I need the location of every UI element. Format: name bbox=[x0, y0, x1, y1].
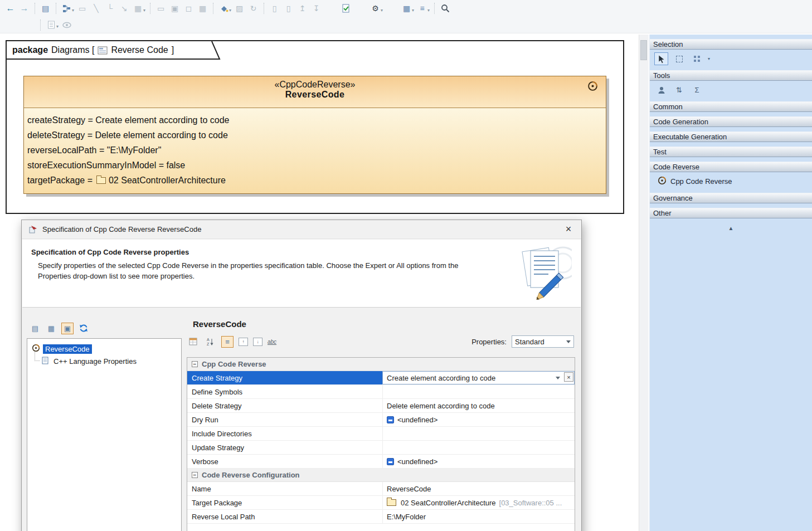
spell-check-icon[interactable]: abc bbox=[268, 339, 276, 345]
caret-down-icon[interactable]: ▾ bbox=[427, 8, 430, 13]
validation-icon[interactable] bbox=[339, 2, 353, 15]
property-value[interactable] bbox=[382, 385, 575, 398]
caret-down-icon[interactable]: ▾ bbox=[143, 8, 145, 13]
section-title: Code Reverse Configuration bbox=[202, 471, 300, 479]
caret-down-icon[interactable]: ▾ bbox=[229, 8, 231, 13]
multi-select-icon[interactable] bbox=[690, 52, 704, 65]
tree-item-reversecode[interactable]: ReverseCode bbox=[27, 343, 181, 355]
make-same-size-icon[interactable]: ▣ bbox=[168, 2, 182, 15]
section-cpp-code-reverse[interactable]: − Cpp Code Reverse bbox=[187, 358, 575, 371]
actor-tool-icon[interactable] bbox=[654, 84, 668, 96]
palette-section-common[interactable]: Common bbox=[650, 101, 812, 112]
caret-down-icon[interactable]: ▾ bbox=[56, 24, 59, 29]
forward-icon[interactable]: → bbox=[17, 2, 31, 15]
canvas-vertical-scrollbar[interactable] bbox=[639, 35, 648, 531]
reroute-path-icon[interactable]: ↘ bbox=[117, 2, 131, 15]
categorized-view-icon[interactable] bbox=[187, 336, 199, 348]
property-row-create-strategy[interactable]: Create Strategy Create element according… bbox=[187, 371, 575, 385]
cpp-code-reverse-icon bbox=[587, 81, 598, 94]
reversecode-element[interactable]: «CppCodeReverse» ReverseCode createStrat… bbox=[23, 76, 606, 194]
show-hide-icon[interactable] bbox=[60, 18, 74, 32]
tree-item-cpp-language-properties[interactable]: C++ Language Properties bbox=[27, 355, 181, 367]
frame-icon[interactable]: ◻ bbox=[182, 2, 196, 15]
expand-all-icon[interactable]: ↑ bbox=[239, 338, 248, 346]
property-value[interactable] bbox=[382, 441, 575, 454]
palette-section-test[interactable]: Test bbox=[650, 147, 812, 157]
inheritance-view-icon[interactable]: ▣ bbox=[61, 323, 74, 334]
dialog-titlebar[interactable]: Specification of Cpp Code Reverse Revers… bbox=[22, 220, 581, 239]
property-row-verbose[interactable]: Verbose <undefined> bbox=[187, 455, 575, 469]
marquee-select-icon[interactable] bbox=[672, 52, 686, 65]
containment-view-icon[interactable]: ▦ bbox=[45, 323, 57, 334]
refresh-icon[interactable] bbox=[77, 323, 90, 334]
palette-section-selection[interactable]: Selection bbox=[650, 39, 812, 50]
form-view-icon[interactable]: ≡ bbox=[221, 336, 234, 348]
export-icon[interactable]: ↧ bbox=[309, 2, 323, 15]
palette-section-executable-generation[interactable]: Executable Generation bbox=[650, 131, 812, 142]
element-attributes: createStrategy = Create element accordin… bbox=[24, 108, 606, 193]
property-row-name[interactable]: Name ReverseCode bbox=[187, 482, 575, 496]
property-value[interactable]: <undefined> bbox=[382, 413, 575, 426]
property-name: Create Strategy bbox=[187, 371, 382, 384]
property-row-dry-run[interactable]: Dry Run <undefined> bbox=[187, 413, 575, 427]
pointer-tool-icon[interactable] bbox=[654, 52, 668, 65]
distribute-tool-icon[interactable]: ⇅ bbox=[672, 84, 686, 96]
property-row-delete-strategy[interactable]: Delete Strategy Delete element according… bbox=[187, 399, 575, 413]
back-icon[interactable]: ← bbox=[3, 2, 17, 15]
usage-view-icon[interactable]: ▤ bbox=[29, 323, 41, 334]
snap-grid-icon[interactable]: ▦ bbox=[196, 2, 210, 15]
diagram-palette: Selection ▾ Tools ⇅ Σ Common Code Genera… bbox=[649, 35, 812, 531]
collapse-all-icon[interactable]: ↓ bbox=[253, 338, 262, 346]
property-row-update-strategy[interactable]: Update Strategy bbox=[187, 441, 575, 455]
path-tool-icon[interactable]: ╲ bbox=[89, 2, 103, 15]
clear-value-button[interactable]: × bbox=[564, 372, 573, 382]
reset-format-icon[interactable]: ↻ bbox=[246, 2, 260, 15]
import-icon[interactable]: ↥ bbox=[295, 2, 309, 15]
diagram-frame-tab[interactable]: package Diagrams [ Reverse Code ] bbox=[7, 41, 191, 59]
copy-format-icon[interactable]: ▨ bbox=[232, 2, 246, 15]
search-icon[interactable] bbox=[438, 2, 452, 15]
dialog-header-description: Specify properties of the selected Cpp C… bbox=[38, 260, 484, 281]
property-row-define-symbols[interactable]: Define Symbols bbox=[187, 385, 575, 399]
property-value-editor[interactable]: Create element according to code × bbox=[382, 371, 575, 384]
palette-collapse-icon[interactable]: ▲ bbox=[650, 225, 812, 231]
property-row-include-directories[interactable]: Include Directories bbox=[187, 427, 575, 441]
checkbox-indeterminate-icon[interactable] bbox=[387, 458, 394, 465]
property-value[interactable]: Delete element according to code bbox=[382, 399, 575, 412]
rectilinear-path-icon[interactable]: └ bbox=[103, 2, 117, 15]
property-value[interactable]: E:\MyFolder bbox=[382, 510, 575, 523]
properties-mode-select[interactable]: Standard bbox=[512, 335, 574, 348]
close-icon[interactable]: × bbox=[562, 223, 575, 235]
scrollbar-thumb[interactable] bbox=[640, 40, 647, 60]
chevron-down-icon[interactable] bbox=[556, 377, 560, 379]
palette-section-other[interactable]: Other bbox=[650, 208, 812, 218]
paste-icon[interactable]: ▯ bbox=[281, 2, 295, 15]
copy-icon[interactable]: ▯ bbox=[268, 2, 281, 15]
palette-item-cpp-code-reverse[interactable]: Cpp Code Reverse bbox=[650, 172, 812, 191]
checkbox-indeterminate-icon[interactable] bbox=[387, 416, 394, 423]
section-title: Cpp Code Reverse bbox=[202, 360, 266, 368]
property-value[interactable]: ReverseCode bbox=[382, 482, 575, 495]
caret-down-icon[interactable]: ▾ bbox=[72, 8, 74, 13]
section-code-reverse-configuration[interactable]: − Code Reverse Configuration bbox=[187, 469, 575, 482]
caret-down-icon[interactable]: ▾ bbox=[708, 56, 710, 61]
property-value[interactable]: 02 SeatControllerArchitecture [03_Softwa… bbox=[382, 496, 575, 509]
containment-tree-icon[interactable]: ▤ bbox=[38, 2, 52, 15]
sort-tool-icon[interactable]: Σ bbox=[690, 84, 704, 96]
property-value[interactable]: <undefined> bbox=[382, 455, 575, 468]
caret-down-icon[interactable]: ▾ bbox=[412, 8, 414, 13]
caret-down-icon[interactable]: ▾ bbox=[381, 8, 383, 13]
collapse-icon[interactable]: − bbox=[192, 361, 198, 367]
sort-alphabetically-icon[interactable]: AZ bbox=[204, 336, 216, 348]
align-shapes-icon[interactable]: ▭ bbox=[154, 2, 168, 15]
palette-section-tools[interactable]: Tools bbox=[650, 70, 812, 81]
collapse-icon[interactable]: − bbox=[192, 472, 198, 478]
property-row-reverse-local-path[interactable]: Reverse Local Path E:\MyFolder bbox=[187, 510, 575, 524]
palette-section-code-reverse[interactable]: Code Reverse bbox=[650, 162, 812, 172]
shape-tool-icon[interactable]: ▭ bbox=[75, 2, 89, 15]
palette-section-governance[interactable]: Governance bbox=[650, 193, 812, 203]
palette-section-code-generation[interactable]: Code Generation bbox=[650, 116, 812, 127]
diagram-type-icon bbox=[98, 46, 108, 55]
property-value[interactable] bbox=[382, 427, 575, 440]
property-row-target-package[interactable]: Target Package 02 SeatControllerArchitec… bbox=[187, 496, 575, 510]
